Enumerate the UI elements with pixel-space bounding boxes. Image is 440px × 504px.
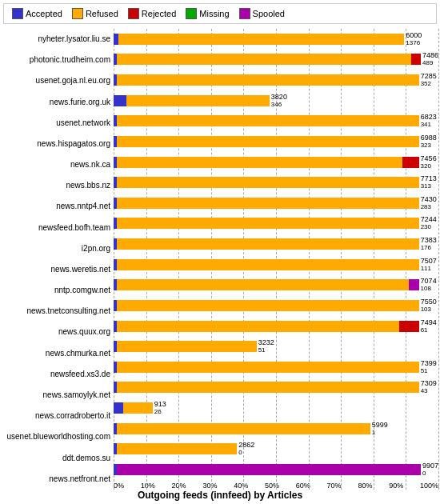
- bar-segment: [117, 177, 419, 188]
- bar-segment: [118, 34, 404, 45]
- bar-segment: [117, 382, 419, 393]
- missing-swatch: [186, 8, 197, 19]
- x-axis-label: 20%: [172, 482, 186, 490]
- x-axis-title: Outgoing feeds (innfeed) by Articles: [0, 490, 440, 504]
- bar-segment: [126, 95, 270, 106]
- table-row: 7430283: [114, 197, 438, 210]
- refused-swatch: [72, 8, 83, 19]
- bar-segment: [117, 362, 419, 373]
- table-row: 6988323: [114, 135, 438, 148]
- y-label: news.nk.ca: [2, 160, 110, 170]
- x-axis-label: 90%: [389, 482, 403, 490]
- table-row: 3820346: [114, 94, 438, 107]
- table-row: 7074108: [114, 278, 438, 291]
- table-row: 730943: [114, 381, 438, 394]
- x-axis-label: 30%: [202, 482, 217, 490]
- bar-segment: [114, 402, 123, 414]
- bar-segment: [117, 321, 399, 332]
- legend-label-accepted: Accepted: [26, 9, 62, 18]
- bar-value-label: 6988323: [421, 134, 437, 149]
- bar-segment: [117, 300, 419, 311]
- y-label: newsfeed.xs3.de: [2, 370, 110, 379]
- bar-value-label: 7285352: [421, 73, 437, 87]
- bar-value-label: 7383176: [421, 237, 437, 251]
- bar-segment: [117, 464, 421, 475]
- table-row: 28620: [114, 442, 438, 455]
- bar-segment: [117, 54, 411, 65]
- bar-segment: [117, 279, 409, 290]
- y-label: news.weretis.net: [2, 265, 110, 274]
- table-row: 7244230: [114, 217, 438, 230]
- accepted-swatch: [12, 8, 23, 19]
- legend-item-accepted: Accepted: [12, 8, 62, 19]
- bar-segment: [117, 74, 419, 86]
- y-label: news.nntp4.net: [2, 202, 110, 211]
- bar-segment: [123, 402, 153, 414]
- bar-segment: [117, 136, 419, 147]
- table-row: 739951: [114, 361, 438, 374]
- bar-segment: [399, 321, 418, 332]
- y-axis-labels: nyheter.lysator.liu.sephotonic.trudheim.…: [2, 29, 114, 490]
- bar-value-label: 6823341: [421, 114, 437, 128]
- legend-item-refused: Refused: [72, 8, 118, 19]
- bar-segment: [117, 157, 402, 168]
- bar-segment: [114, 95, 126, 106]
- y-label: nntp.comgw.net: [2, 286, 110, 295]
- bar-segment: [411, 54, 421, 65]
- x-axis-label: 10%: [141, 482, 155, 490]
- bar-value-label: 7486489: [422, 52, 438, 66]
- spooled-swatch: [239, 8, 250, 19]
- bar-segment: [117, 259, 419, 270]
- table-row: 749461: [114, 320, 438, 333]
- legend-item-spooled: Spooled: [239, 8, 285, 19]
- bar-value-label: 7713313: [421, 175, 437, 190]
- y-label: usenet.network: [2, 118, 110, 128]
- y-label: news.quux.org: [2, 327, 110, 337]
- x-axis-labels: 0%10%20%30%40%50%60%70%80%90%100%: [114, 480, 438, 490]
- bar-value-label: 7550103: [421, 298, 437, 313]
- legend-label-rejected: Rejected: [142, 9, 176, 18]
- table-row: 59991: [114, 422, 438, 435]
- bar-value-label: 28620: [238, 442, 254, 456]
- bar-value-label: 749461: [421, 319, 437, 334]
- bar-segment: [117, 341, 257, 352]
- y-label: news.corradroberto.it: [2, 411, 110, 421]
- bar-segment: [117, 423, 370, 434]
- y-label: news.netfront.net: [2, 474, 110, 484]
- chart-container: Accepted Refused Rejected Missing Spoole…: [0, 0, 440, 504]
- table-row: 323251: [114, 340, 438, 353]
- x-axis-label: 70%: [327, 482, 342, 490]
- x-axis-label: 100%: [420, 482, 438, 490]
- legend-item-missing: Missing: [186, 8, 229, 19]
- bar-value-label: 323251: [258, 339, 274, 354]
- bars-container: 6000137674864897285352382034668233416988…: [114, 29, 438, 480]
- x-axis-label: 60%: [296, 482, 310, 490]
- bar-value-label: 7456320: [421, 155, 437, 170]
- bar-value-label: 7507111: [421, 258, 437, 272]
- legend-label-spooled: Spooled: [253, 9, 285, 18]
- y-label: i2pn.org: [2, 244, 110, 254]
- bar-value-label: 7074108: [421, 278, 437, 292]
- y-label: news.samoylyk.net: [2, 390, 110, 400]
- y-label: news.bbs.nz: [2, 181, 110, 190]
- y-label: news.hispagatos.org: [2, 139, 110, 149]
- bar-value-label: 91326: [154, 401, 166, 415]
- legend-label-refused: Refused: [86, 9, 118, 18]
- y-label: nyheter.lysator.liu.se: [2, 34, 110, 44]
- x-axis-label: 80%: [358, 482, 372, 490]
- y-label: ddt.demos.su: [2, 454, 110, 463]
- bar-segment: [409, 279, 418, 290]
- x-axis-label: 40%: [234, 482, 248, 490]
- table-row: 7456320: [114, 156, 438, 169]
- legend: Accepted Refused Rejected Missing Spoole…: [3, 3, 437, 24]
- rejected-swatch: [128, 8, 139, 19]
- table-row: 99070: [114, 463, 438, 476]
- y-label: news.tnetconsulting.net: [2, 306, 110, 316]
- bar-segment: [117, 238, 419, 250]
- table-row: 7285352: [114, 74, 438, 86]
- table-row: 60001376: [114, 33, 438, 46]
- bar-value-label: 60001376: [406, 32, 422, 46]
- y-label: usenet.blueworldhosting.com: [2, 432, 110, 442]
- y-label: news.chmurka.net: [2, 349, 110, 358]
- y-label: usenet.goja.nl.eu.org: [2, 76, 110, 86]
